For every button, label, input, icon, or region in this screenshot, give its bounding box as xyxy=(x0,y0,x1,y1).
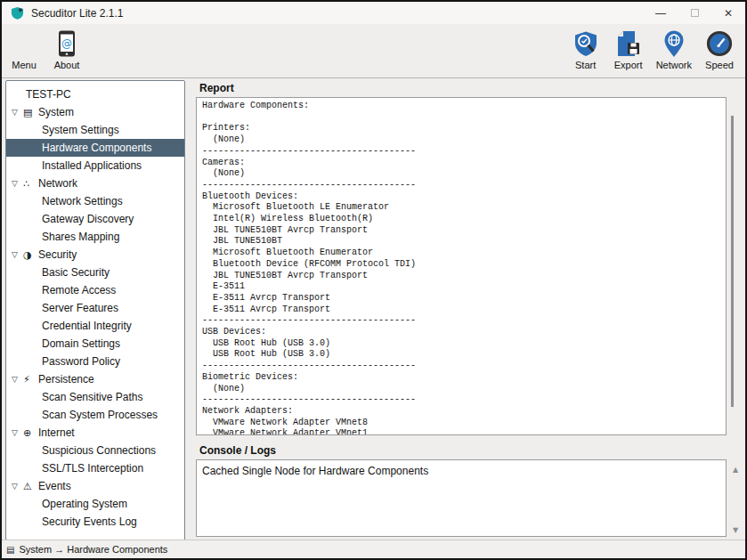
maximize-button[interactable] xyxy=(678,2,711,24)
report-textarea[interactable]: Hardware Components: Printers: (None) --… xyxy=(196,97,727,435)
console-scroll-down-icon[interactable]: ▼ xyxy=(729,526,742,534)
console-log-line: Cached Single Node for Hardware Componen… xyxy=(202,465,720,477)
computer-icon: ▤ xyxy=(6,545,14,555)
tree-item-label: System Settings xyxy=(42,124,119,136)
tree-item-scan-sensitive-paths[interactable]: Scan Sensitive Paths xyxy=(6,388,184,406)
report-scrollbar[interactable] xyxy=(731,116,734,407)
lightning-icon: ⚡ xyxy=(23,374,38,386)
speed-button[interactable]: Speed xyxy=(704,29,735,70)
tree-item-label: Remote Access xyxy=(42,284,116,296)
tree-item-label: Persistence xyxy=(38,373,94,386)
tree-item-events[interactable]: ▽ ⚠ Events xyxy=(6,477,184,495)
tree-item-label: Scan Sensitive Paths xyxy=(42,391,142,403)
menu-button[interactable]: Menu xyxy=(9,29,39,70)
toolbar: Menu @ About xyxy=(2,24,745,78)
speed-label: Speed xyxy=(705,60,734,70)
tree-item-basic-security[interactable]: Basic Security xyxy=(6,264,184,281)
tree-item-scan-system-processes[interactable]: Scan System Processes xyxy=(6,406,184,424)
tree-item-label: TEST-PC xyxy=(26,88,71,101)
globe-icon: ⊕ xyxy=(23,427,38,439)
chevron-down-icon[interactable]: ▽ xyxy=(12,428,23,437)
tree-item-credential-integrity[interactable]: Credential Integrity xyxy=(6,317,184,335)
report-heading: Report xyxy=(199,82,234,94)
security-icon: ◑ xyxy=(23,249,38,261)
network-icon: ∴ xyxy=(23,178,38,190)
tree-item-network[interactable]: ▽ ∴ Network xyxy=(6,174,184,192)
tree-item-domain-settings[interactable]: Domain Settings xyxy=(6,335,184,353)
minimize-button[interactable]: — xyxy=(644,2,678,24)
tree-item-internet[interactable]: ▽ ⊕ Internet xyxy=(6,424,184,442)
tree-item-installed-applications[interactable]: Installed Applications xyxy=(6,157,184,174)
tree-item-remote-access[interactable]: Remote Access xyxy=(6,281,184,299)
tree-item-ssl-tls-interception[interactable]: SSL/TLS Interception xyxy=(6,459,184,477)
tree-item-label: Credential Integrity xyxy=(42,320,132,332)
close-button[interactable]: ✕ xyxy=(711,2,745,24)
network-label: Network xyxy=(656,60,692,70)
export-label: Export xyxy=(614,60,643,70)
tree-item-hardware-components[interactable]: Hardware Components xyxy=(6,139,184,157)
tree-item-operating-system[interactable]: Operating System xyxy=(6,495,184,513)
chevron-down-icon[interactable]: ▽ xyxy=(12,250,23,259)
speedometer-icon xyxy=(706,29,733,58)
statusbar: ▤ System → Hardware Components xyxy=(2,540,745,558)
console-heading: Console / Logs xyxy=(199,444,276,457)
sidebar-tree: TEST-PC ▽ ▤ System System Settings Hardw… xyxy=(5,80,185,540)
console-scroll-up-icon[interactable]: ▲ xyxy=(729,466,742,474)
tree-item-network-settings[interactable]: Network Settings xyxy=(6,192,184,210)
chevron-down-icon[interactable]: ▽ xyxy=(12,179,23,188)
breadcrumb: System → Hardware Components xyxy=(19,544,167,555)
tree-item-password-policy[interactable]: Password Policy xyxy=(6,353,184,370)
start-button[interactable]: Start xyxy=(571,29,601,70)
tree-item-security-events-log[interactable]: Security Events Log xyxy=(6,513,184,531)
tree-item-label: Hardware Components xyxy=(42,142,151,154)
tree-item-label: Password Policy xyxy=(42,355,120,368)
about-button[interactable]: @ About xyxy=(52,29,82,70)
shield-scan-icon xyxy=(572,29,599,58)
tree-item-label: SSL/TLS Interception xyxy=(42,462,143,475)
tree-item-system-settings[interactable]: System Settings xyxy=(6,121,184,139)
svg-text:@: @ xyxy=(61,37,72,50)
tree-item-label: Installed Applications xyxy=(42,159,142,172)
phone-at-icon: @ xyxy=(58,29,76,58)
tree-item-persistence[interactable]: ▽ ⚡ Persistence xyxy=(6,370,184,388)
tree-item-server-features[interactable]: Server Features xyxy=(6,299,184,317)
system-icon: ▤ xyxy=(23,107,38,118)
tree-item-label: Suspicious Connections xyxy=(42,444,156,457)
chevron-down-icon[interactable]: ▽ xyxy=(12,482,23,491)
tree-item-label: Domain Settings xyxy=(42,337,120,350)
tree-item-label: Security xyxy=(38,248,77,261)
window-controls: — ✕ xyxy=(644,2,745,24)
toolbar-right: Start Export xyxy=(562,29,738,70)
tree-item-label: Security Events Log xyxy=(42,515,137,528)
tree-item-security[interactable]: ▽ ◑ Security xyxy=(6,246,184,264)
tree-item-system[interactable]: ▽ ▤ System xyxy=(6,103,184,121)
report-text: Hardware Components: Printers: (None) --… xyxy=(202,101,726,435)
export-button[interactable]: Export xyxy=(613,29,644,70)
tree-item-label: Server Features xyxy=(42,302,118,314)
app-window: Secuditor Lite 2.1.1 — ✕ Menu @ About xyxy=(0,0,747,560)
about-label: About xyxy=(54,60,80,70)
chevron-down-icon[interactable]: ▽ xyxy=(12,375,23,384)
start-label: Start xyxy=(575,60,596,70)
network-button[interactable]: Network xyxy=(656,29,692,70)
tree-item-label: Basic Security xyxy=(42,266,110,279)
tree-item-label: Network xyxy=(38,177,77,190)
chevron-down-icon[interactable]: ▽ xyxy=(12,108,23,117)
tree-item-label: Gateway Discovery xyxy=(42,213,134,225)
maximize-icon xyxy=(691,9,699,17)
console-textarea[interactable]: Cached Single Node for Hardware Componen… xyxy=(196,459,727,537)
tree-item-label: Network Settings xyxy=(42,195,123,207)
tree-item-test-pc[interactable]: TEST-PC xyxy=(6,85,184,103)
globe-pin-icon xyxy=(662,29,686,58)
tree-item-gateway-discovery[interactable]: Gateway Discovery xyxy=(6,210,184,228)
tree-item-label: Internet xyxy=(38,426,75,439)
tree-item-label: System xyxy=(38,106,74,118)
hamburger-icon xyxy=(12,29,36,58)
tree-item-shares-mapping[interactable]: Shares Mapping xyxy=(6,228,184,246)
window-title: Secuditor Lite 2.1.1 xyxy=(31,7,123,20)
tree-item-label: Operating System xyxy=(42,498,127,510)
app-logo-shield-icon xyxy=(11,6,24,20)
tree-item-suspicious-connections[interactable]: Suspicious Connections xyxy=(6,442,184,459)
tree-item-label: Events xyxy=(38,480,71,492)
document-save-icon xyxy=(616,29,640,58)
